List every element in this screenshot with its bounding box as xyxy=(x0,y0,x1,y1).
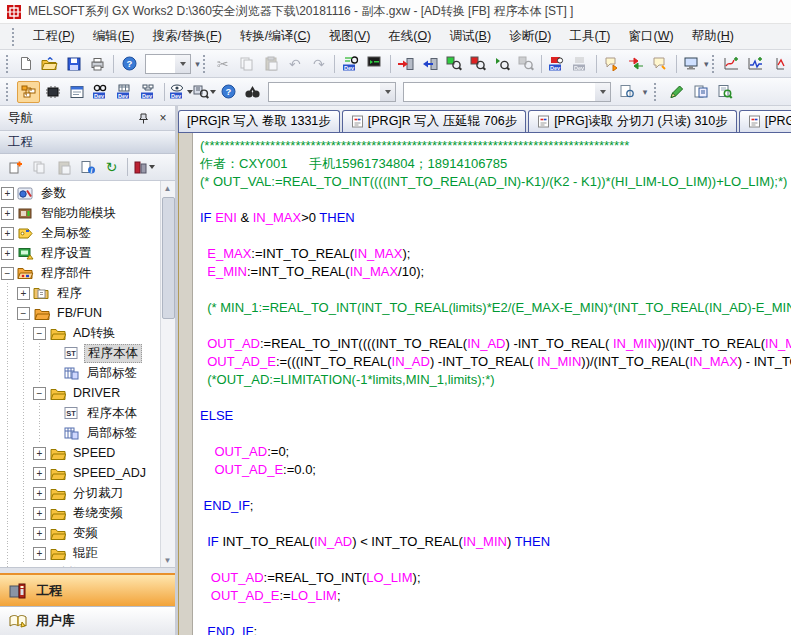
scroll-up-icon[interactable]: ▲ xyxy=(161,181,174,195)
redo-button[interactable]: ↷ xyxy=(307,53,330,75)
write-to-plc-button[interactable] xyxy=(394,53,417,75)
stop-monitor-button[interactable] xyxy=(490,53,513,75)
device-find-button[interactable]: Dev xyxy=(89,81,112,103)
menu-d[interactable]: 诊断(D) xyxy=(500,25,560,48)
menu-h[interactable]: 帮助(H) xyxy=(683,25,743,48)
expand-icon[interactable]: + xyxy=(33,547,46,560)
copy-document-button[interactable] xyxy=(689,81,712,103)
menu-p[interactable]: 工程(P) xyxy=(24,25,84,48)
toolbar-grip[interactable] xyxy=(712,55,715,73)
comment-edit-button[interactable] xyxy=(649,53,672,75)
help-2-button[interactable]: ? xyxy=(217,81,240,103)
toolbar-grip[interactable] xyxy=(203,55,206,73)
open-project-button[interactable] xyxy=(38,53,61,75)
cut-button[interactable]: ✂ xyxy=(211,53,234,75)
menu-o[interactable]: 在线(O) xyxy=(379,25,440,48)
tree-item[interactable]: +变频 xyxy=(0,523,161,543)
nav-view-button-project[interactable]: 工程 xyxy=(0,573,175,606)
tree-item[interactable]: +分切裁刀 xyxy=(0,483,161,503)
combobox-arrow-icon[interactable] xyxy=(595,83,610,101)
expand-icon[interactable]: + xyxy=(17,287,30,300)
pause-monitor-button[interactable] xyxy=(514,53,537,75)
tree-item[interactable]: +全局标签 xyxy=(0,223,161,243)
tree-refresh-button[interactable]: ↻ xyxy=(100,156,123,178)
document-tab[interactable]: [PRG]R 写入 xyxy=(739,110,791,132)
device-display-button[interactable]: Dev xyxy=(169,81,192,103)
tree-copy-button[interactable] xyxy=(28,156,51,178)
collapse-icon[interactable]: − xyxy=(33,327,46,340)
tree-item[interactable]: +智能功能模块 xyxy=(0,203,161,223)
menu-c[interactable]: 转换/编译(C) xyxy=(231,25,320,48)
expand-icon[interactable]: + xyxy=(33,527,46,540)
toolbar-grip[interactable] xyxy=(6,55,9,73)
tree-item[interactable]: +程序设置 xyxy=(0,243,161,263)
expand-icon[interactable]: + xyxy=(1,227,14,240)
tree-sort-button[interactable] xyxy=(132,156,155,178)
device-search-button[interactable] xyxy=(193,81,216,103)
dropdown-arrow-icon[interactable] xyxy=(187,90,193,94)
tree-item[interactable]: 局部标签 xyxy=(0,363,161,383)
nav-view-button-user-library[interactable]: 用户库 xyxy=(0,606,175,635)
menu-w[interactable]: 窗口(W) xyxy=(619,25,682,48)
device-batch-monitor-2-button[interactable]: Dev xyxy=(569,53,592,75)
start-monitor-all-button[interactable] xyxy=(442,53,465,75)
device-entry-monitor-button[interactable]: Dev xyxy=(113,81,136,103)
code-editor[interactable]: (***************************************… xyxy=(178,133,791,635)
expand-icon[interactable]: + xyxy=(33,507,46,520)
document-tab[interactable]: [PRG]R 写入 压延辊 706步 xyxy=(342,110,526,132)
print-button[interactable] xyxy=(86,53,109,75)
tree-item[interactable]: −程序部件 xyxy=(0,263,161,283)
menu-t[interactable]: 工具(T) xyxy=(561,25,620,48)
expand-icon[interactable]: + xyxy=(33,487,46,500)
edit-mode-button[interactable] xyxy=(665,81,688,103)
collapse-icon[interactable]: − xyxy=(17,307,30,320)
device-test-button[interactable] xyxy=(363,53,386,75)
tree-paste-button[interactable] xyxy=(52,156,75,178)
tree-item[interactable]: ST程序本体 xyxy=(0,403,161,423)
tree-item[interactable]: +SPEED xyxy=(0,443,161,463)
undo-button[interactable]: ↶ xyxy=(283,53,306,75)
pc-monitor-button[interactable] xyxy=(680,53,703,75)
menu-v[interactable]: 视图(V) xyxy=(320,25,380,48)
tree-item[interactable]: +辊距 xyxy=(0,543,161,563)
find-binoculars-button[interactable] xyxy=(241,81,264,103)
expand-icon[interactable]: + xyxy=(1,207,14,220)
tree-item[interactable]: +SPEED_ADJ xyxy=(0,463,161,483)
copy-button[interactable] xyxy=(235,53,258,75)
tree-item[interactable]: −AD转换 xyxy=(0,323,161,343)
expand-icon[interactable]: + xyxy=(1,247,14,260)
combobox-arrow-icon[interactable] xyxy=(380,83,395,101)
trend-cut-button[interactable] xyxy=(768,53,791,75)
device-batch-monitor-button[interactable]: Dev xyxy=(545,53,568,75)
start-monitor-button[interactable] xyxy=(466,53,489,75)
toolbar-overflow-icon[interactable]: ▾ xyxy=(639,87,651,97)
dropdown-arrow-icon[interactable] xyxy=(210,90,216,94)
collapse-icon[interactable]: − xyxy=(33,387,46,400)
module-configuration-button[interactable] xyxy=(41,81,64,103)
tree-new-button[interactable] xyxy=(4,156,27,178)
tree-item[interactable]: 局部标签 xyxy=(0,423,161,443)
help-button[interactable]: ? xyxy=(118,53,141,75)
tree-item[interactable]: −DRIVER xyxy=(0,383,161,403)
device-batch-button[interactable]: Dev xyxy=(137,81,160,103)
toolbar-grip[interactable] xyxy=(6,83,12,101)
trend-graph-button[interactable] xyxy=(720,53,743,75)
tree-item[interactable]: +参数 xyxy=(0,183,161,203)
read-from-plc-button[interactable] xyxy=(418,53,441,75)
toolbar-overflow-icon[interactable]: ▾ xyxy=(195,59,200,69)
document-tab[interactable]: [PRG]R 写入 卷取 1331步 xyxy=(178,110,340,132)
menu-e[interactable]: 编辑(E) xyxy=(84,25,144,48)
tree-item[interactable]: +卷绕变频 xyxy=(0,503,161,523)
scrollbar-thumb[interactable] xyxy=(162,197,175,319)
close-icon[interactable]: × xyxy=(155,110,171,126)
st-code[interactable]: (***************************************… xyxy=(193,133,791,635)
toolbar-combobox[interactable] xyxy=(268,82,396,102)
toolbar-combobox[interactable] xyxy=(403,82,611,102)
toolbar-overflow-icon[interactable]: ▾ xyxy=(704,59,709,69)
tree-item[interactable]: 结构体 xyxy=(0,563,161,567)
paste-button[interactable] xyxy=(259,53,282,75)
comment-jump-button[interactable] xyxy=(601,53,624,75)
new-file-button[interactable] xyxy=(14,53,37,75)
tree-scrollbar[interactable]: ▲ ▼ xyxy=(160,181,175,567)
save-project-button[interactable] xyxy=(62,53,85,75)
